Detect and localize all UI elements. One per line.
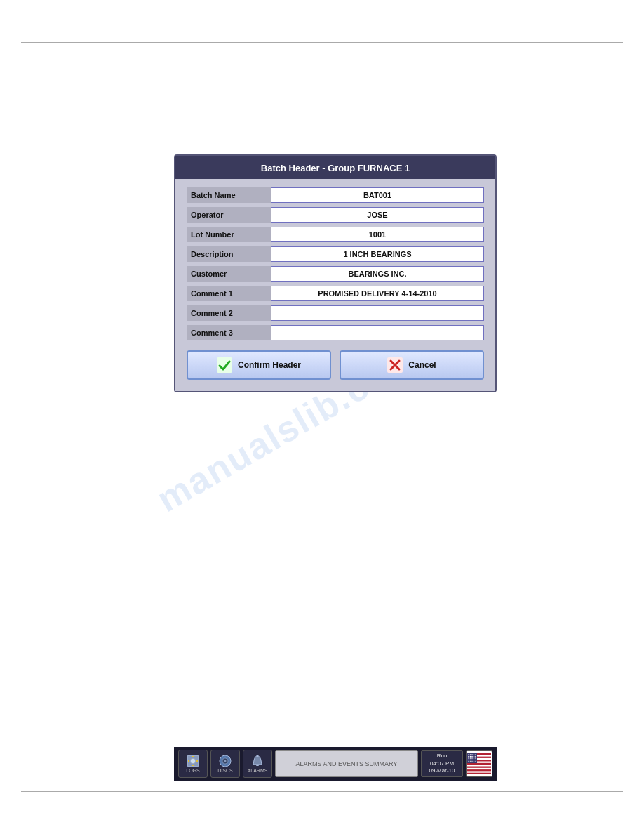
- svg-point-46: [474, 761, 475, 762]
- bottom-rule: [21, 791, 623, 792]
- svg-point-39: [470, 760, 471, 761]
- label-comment3: Comment 3: [187, 325, 271, 340]
- svg-point-43: [468, 761, 469, 762]
- alarms-label: ALARMS: [248, 768, 268, 773]
- svg-point-24: [470, 754, 471, 755]
- time-label: Run 04:07 PM 09-Mar-10: [429, 753, 455, 774]
- svg-point-14: [257, 755, 259, 757]
- form-row-operator: Operator: [187, 207, 484, 223]
- label-lot-number: Lot Number: [187, 227, 271, 242]
- svg-point-40: [471, 760, 473, 761]
- svg-rect-21: [467, 771, 491, 772]
- svg-point-32: [475, 756, 476, 757]
- flag-button[interactable]: [466, 750, 492, 777]
- batch-header-dialog: Batch Header - Group FURNACE 1 Batch Nam…: [174, 154, 497, 392]
- svg-point-28: [468, 756, 469, 757]
- svg-point-34: [470, 757, 471, 759]
- input-customer[interactable]: [271, 266, 484, 282]
- confirm-header-button[interactable]: Confirm Header: [187, 350, 331, 380]
- svg-point-25: [471, 754, 473, 755]
- time-display: Run 04:07 PM 09-Mar-10: [421, 750, 463, 777]
- form-row-customer: Customer: [187, 266, 484, 282]
- svg-point-42: [475, 760, 476, 761]
- cancel-label: Cancel: [408, 360, 436, 370]
- taskbar: LOGS DISCS ALARMS ALARMS AND EVENTS SUMM…: [174, 747, 497, 781]
- alarms-events-summary[interactable]: ALARMS AND EVENTS SUMMARY: [275, 750, 418, 777]
- svg-point-29: [470, 756, 471, 757]
- top-rule: [21, 42, 623, 43]
- svg-point-37: [475, 757, 476, 759]
- svg-point-12: [224, 760, 227, 762]
- svg-rect-20: [467, 768, 491, 769]
- form-row-description: Description: [187, 246, 484, 262]
- svg-point-36: [474, 757, 475, 759]
- svg-point-47: [475, 761, 476, 762]
- logs-icon: [186, 755, 200, 767]
- svg-point-31: [474, 756, 475, 757]
- label-operator: Operator: [187, 207, 271, 223]
- form-row-batch-name: Batch Name: [187, 187, 484, 203]
- logs-label: LOGS: [186, 768, 199, 773]
- svg-point-5: [190, 758, 196, 764]
- input-comment3[interactable]: [271, 325, 484, 340]
- alarms-button[interactable]: ALARMS: [243, 750, 272, 778]
- input-batch-name[interactable]: [271, 187, 484, 203]
- svg-rect-13: [256, 764, 259, 766]
- discs-label: DISCS: [217, 768, 232, 773]
- form-row-comment2: Comment 2: [187, 305, 484, 321]
- label-comment1: Comment 1: [187, 286, 271, 301]
- svg-point-26: [474, 754, 475, 755]
- discs-button[interactable]: DISCS: [210, 750, 240, 778]
- input-operator[interactable]: [271, 207, 484, 223]
- label-batch-name: Batch Name: [187, 187, 271, 203]
- label-customer: Customer: [187, 266, 271, 282]
- dialog-title: Batch Header - Group FURNACE 1: [175, 156, 495, 179]
- input-comment1[interactable]: [271, 286, 484, 301]
- svg-point-44: [470, 761, 471, 762]
- svg-point-41: [474, 760, 475, 761]
- discs-icon: [218, 755, 232, 767]
- svg-point-35: [471, 757, 473, 759]
- label-comment2: Comment 2: [187, 305, 271, 321]
- form-row-lot-number: Lot Number: [187, 227, 484, 242]
- alarms-icon: [250, 755, 264, 767]
- svg-point-33: [468, 757, 469, 759]
- input-comment2[interactable]: [271, 305, 484, 321]
- svg-rect-19: [467, 764, 491, 766]
- input-description[interactable]: [271, 246, 484, 262]
- button-row: Confirm Header Cancel: [187, 350, 484, 380]
- checkmark-icon: [217, 357, 232, 373]
- logs-button[interactable]: LOGS: [178, 750, 208, 778]
- svg-point-27: [475, 754, 476, 755]
- dialog-body: Batch NameOperatorLot NumberDescriptionC…: [175, 179, 495, 391]
- svg-point-38: [468, 760, 469, 761]
- form-row-comment1: Comment 1: [187, 286, 484, 301]
- svg-point-45: [471, 761, 473, 762]
- us-flag-icon: [467, 753, 491, 774]
- form-row-comment3: Comment 3: [187, 325, 484, 340]
- confirm-header-label: Confirm Header: [238, 360, 301, 370]
- input-lot-number[interactable]: [271, 227, 484, 242]
- cancel-button[interactable]: Cancel: [340, 350, 484, 380]
- alarms-events-label: ALARMS AND EVENTS SUMMARY: [296, 760, 398, 767]
- label-description: Description: [187, 246, 271, 262]
- x-icon: [387, 357, 403, 373]
- svg-point-30: [471, 756, 473, 757]
- svg-point-23: [468, 754, 469, 755]
